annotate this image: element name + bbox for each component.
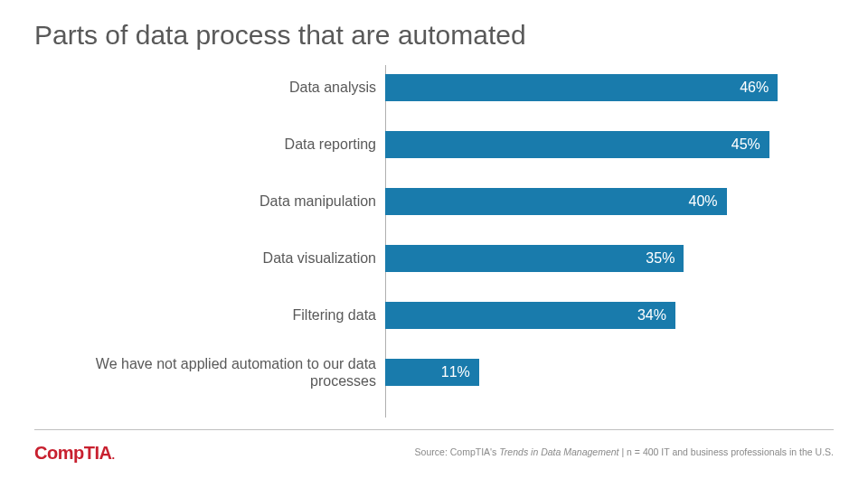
bar-track: 45%	[385, 131, 812, 158]
category-label: We have not applied automation to our da…	[71, 355, 376, 389]
source-italic: Trends in Data Management	[499, 446, 618, 457]
bar-track: 11%	[385, 359, 812, 386]
value-label: 45%	[731, 136, 760, 153]
logo-text: CompTIA	[34, 443, 111, 463]
footer-rule	[34, 429, 834, 430]
category-label: Data manipulation	[71, 192, 376, 210]
value-label: 46%	[740, 80, 769, 96]
bar: 45%	[385, 131, 769, 158]
bar: 46%	[385, 74, 778, 101]
value-label: 11%	[441, 364, 470, 380]
bar-row: Filtering data 34%	[71, 298, 812, 333]
page-title: Parts of data process that are automated	[34, 20, 526, 51]
bar: 11%	[385, 359, 479, 386]
slide: Parts of data process that are automated…	[0, 0, 868, 488]
bar-row: Data reporting 45%	[71, 127, 812, 162]
bar-chart: Data analysis 46% Data reporting 45% Dat…	[71, 70, 812, 414]
bar-row: Data analysis 46%	[71, 70, 812, 105]
bar: 35%	[385, 245, 684, 272]
logo-tail: .	[111, 448, 114, 462]
logo: CompTIA.	[34, 443, 115, 464]
bar-row: Data manipulation 40%	[71, 184, 812, 219]
bar: 34%	[385, 302, 675, 329]
bar-track: 34%	[385, 302, 812, 329]
bar-row: Data visualization 35%	[71, 241, 812, 276]
category-label: Filtering data	[71, 306, 376, 324]
value-label: 34%	[637, 307, 666, 324]
bar-track: 46%	[385, 74, 812, 101]
category-label: Data analysis	[71, 79, 376, 96]
bar-track: 35%	[385, 245, 812, 272]
bar-track: 40%	[385, 188, 812, 215]
source-line: Source: CompTIA's Trends in Data Managem…	[415, 446, 834, 457]
bar: 40%	[385, 188, 727, 215]
category-label: Data reporting	[71, 136, 376, 153]
source-suffix: | n = 400 IT and business professionals …	[619, 446, 834, 457]
source-prefix: Source: CompTIA's	[415, 446, 500, 457]
value-label: 35%	[646, 250, 675, 267]
value-label: 40%	[689, 193, 718, 210]
bar-row: We have not applied automation to our da…	[71, 355, 812, 389]
category-label: Data visualization	[71, 249, 376, 267]
